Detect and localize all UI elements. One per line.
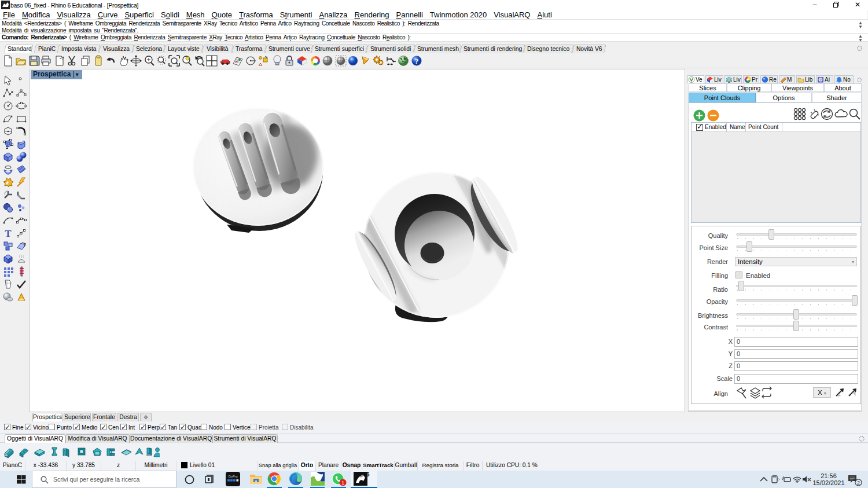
svg-text:Liv: Liv [733,76,741,83]
svg-text:GoPro: GoPro [229,475,238,478]
svg-text:2: 2 [857,480,860,486]
svg-text:Liv: Liv [714,76,722,83]
svg-text:?: ? [415,57,419,65]
svg-text:Ai: Ai [825,76,830,83]
svg-text:Lib: Lib [805,76,813,83]
svg-text:No: No [843,76,851,83]
svg-text:T: T [5,228,12,239]
svg-text:M: M [787,76,792,83]
svg-text:Ve: Ve [696,76,703,83]
svg-text:Re: Re [769,76,777,83]
svg-text:Pr: Pr [752,76,758,83]
svg-text:1: 1 [341,480,344,486]
